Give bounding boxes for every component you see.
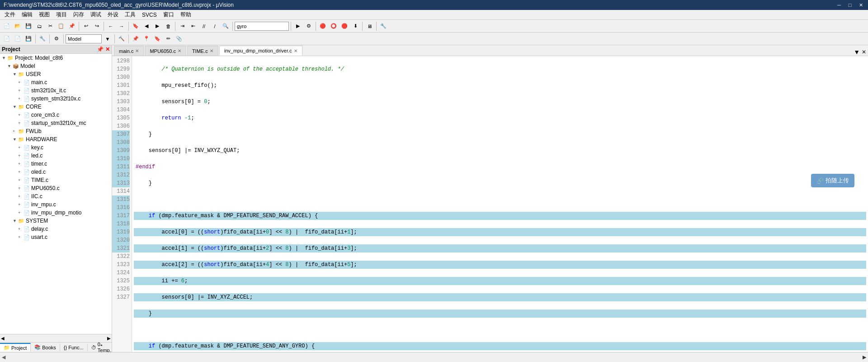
bookmark-clear-btn[interactable]: 🗑 [163,21,173,31]
nav-fwd-btn[interactable]: → [117,21,127,31]
tb2-btn4[interactable]: 🔧 [38,34,47,44]
tab-inv-driver-close[interactable]: ✕ [294,48,297,53]
menu-file[interactable]: 文件 [2,10,18,19]
tab-time-c[interactable]: TIME.c ✕ [187,46,218,56]
tab-inv-driver[interactable]: inv_mpu_dmp_motion_driver.c ✕ [219,46,302,56]
tree-fwlib[interactable]: + 📁 FWLib [0,127,112,135]
search-opt-btn[interactable]: ⚙ [304,21,314,31]
sep7 [316,22,316,31]
tree-system[interactable]: + 📄 system_stm32f10x.c [0,95,112,103]
maximize-button[interactable]: □ [846,1,854,9]
tb2-settings-btn[interactable]: ⚙ [52,34,61,44]
tb2-tools4[interactable]: 🔖 [152,34,162,44]
nav-back-btn[interactable]: ← [106,21,116,31]
tree-model[interactable]: ▼ 📦 Model [0,62,112,70]
save-all-btn[interactable]: 🗂 [34,21,44,31]
stop-btn[interactable]: 🛑 [340,21,349,31]
search-field[interactable] [235,22,289,31]
download-btn[interactable]: ⬇ [350,21,360,31]
menu-debug[interactable]: 调试 [88,10,104,19]
undo-btn[interactable]: ↩ [81,21,91,31]
tree-delay[interactable]: + 📄 delay.c [0,225,112,233]
tree-root[interactable]: ▼ 📁 Project: Model_c8t6 [0,54,112,62]
tree-iic[interactable]: + 📄 IIC.c [0,192,112,200]
tree-stm32it[interactable]: + 📄 stm32f10x_it.c [0,86,112,95]
tab-mpu6050-c[interactable]: MPU6050.c ✕ [145,46,186,56]
code-content[interactable]: /* Quaternion is outside of the acceptab… [132,56,868,352]
tb2-btn1[interactable]: 📄 [2,34,12,44]
tb2-btn3[interactable]: 💾 [24,34,33,44]
menu-help[interactable]: 帮助 [178,10,194,19]
rebuild-btn[interactable]: ⭕ [329,21,339,31]
view-btn[interactable]: 🖥 [364,21,374,31]
tab-main-c[interactable]: main.c ✕ [114,46,144,56]
tree-led[interactable]: + 📄 led.c [0,152,112,160]
tree-scroll-left[interactable]: ◀ [1,336,5,341]
wrench-btn[interactable]: 🔧 [378,21,388,31]
tab-time-close[interactable]: ✕ [210,48,213,53]
upload-button[interactable]: 🔗 拍随上传 [811,174,854,187]
menu-window[interactable]: 窗口 [160,10,177,19]
tree-key[interactable]: + 📄 key.c [0,143,112,152]
project-pin-btn[interactable]: 📌 [97,46,104,52]
redo-btn[interactable]: ↪ [92,21,102,31]
open-btn[interactable]: 📂 [13,21,23,31]
tb2-btn2[interactable]: 📄 [13,34,23,44]
tree-oled[interactable]: + 📄 oled.c [0,168,112,176]
bookmark-next-btn[interactable]: ▶ [152,21,162,31]
tree-mpu6050[interactable]: + 📄 MPU6050.c [0,184,112,192]
build-btn[interactable]: 🔴 [318,21,328,31]
tb2-tools5[interactable]: ✏ [163,34,173,44]
tb2-tools2[interactable]: 📌 [131,34,141,44]
tb2-tools3[interactable]: 📍 [142,34,151,44]
bookmark-btn[interactable]: 🔖 [131,21,141,31]
tab-temp[interactable]: ⏱ 0₄ Temp... [88,341,112,352]
cut-btn[interactable]: ✂ [45,21,55,31]
menu-svcs[interactable]: SVCS [139,11,160,19]
tab-close-all-btn[interactable]: ✕ [862,49,866,55]
search-go-btn[interactable]: ▶ [293,21,303,31]
unindent-btn[interactable]: ⇤ [188,21,198,31]
menu-flash[interactable]: 闪存 [71,10,87,19]
target-dropdown-btn[interactable]: ▼ [103,34,113,44]
build-target-input[interactable] [66,34,102,43]
close-button[interactable]: ✕ [857,1,864,9]
tab-func[interactable]: {} Func... [60,344,88,351]
tree-core[interactable]: ▼ 📁 CORE [0,103,112,111]
tree-system-folder[interactable]: ▼ 📁 SYSTEM [0,217,112,225]
tree-startup[interactable]: + 📄 startup_stm32f10x_mc [0,119,112,127]
tree-inv-mpu[interactable]: + 📄 inv_mpu.c [0,200,112,209]
indent-btn[interactable]: ⇥ [177,21,187,31]
tree-time[interactable]: + 📄 TIME.c [0,176,112,184]
paste-btn[interactable]: 📌 [67,21,77,31]
comment-btn[interactable]: // [199,21,209,31]
bookmark-prev-btn[interactable]: ◀ [142,21,151,31]
menu-edit[interactable]: 编辑 [19,10,35,19]
tab-pin-btn[interactable]: ▼ [854,48,860,56]
minimize-button[interactable]: ─ [835,1,843,9]
tab-books[interactable]: 📚 Books [31,343,60,351]
tree-timer[interactable]: + 📄 timer.c [0,160,112,168]
find-btn[interactable]: 🔍 [221,21,231,31]
project-close-btn[interactable]: ✕ [105,46,110,52]
new-file-btn[interactable]: 📄 [2,21,12,31]
tb2-tools1[interactable]: 🔨 [117,34,127,44]
save-btn[interactable]: 💾 [24,21,33,31]
menu-project[interactable]: 项目 [53,10,70,19]
menu-peripheral[interactable]: 外设 [105,10,121,19]
tree-hardware[interactable]: ▼ 📁 HARDWARE [0,135,112,143]
copy-btn[interactable]: 📋 [56,21,66,31]
tab-main-c-close[interactable]: ✕ [135,48,139,53]
tree-scroll-right[interactable]: ▶ [107,336,111,341]
uncomment-btn[interactable]: / [210,21,220,31]
tree-core-cm3[interactable]: + 📄 core_cm3.c [0,111,112,119]
tree-inv-mpu-dmp[interactable]: + 📄 inv_mpu_dmp_motio [0,209,112,217]
menu-tools[interactable]: 工具 [122,10,138,19]
tab-mpu6050-close[interactable]: ✕ [178,48,181,53]
menu-view[interactable]: 视图 [36,10,52,19]
tb2-tools6[interactable]: 📎 [174,34,184,44]
tree-user[interactable]: ▼ 📁 USER [0,70,112,78]
tree-usart[interactable]: + 📄 usart.c [0,233,112,241]
tab-project[interactable]: 📁 Project [0,343,31,352]
tree-main-c[interactable]: + 📄 main.c [0,78,112,86]
